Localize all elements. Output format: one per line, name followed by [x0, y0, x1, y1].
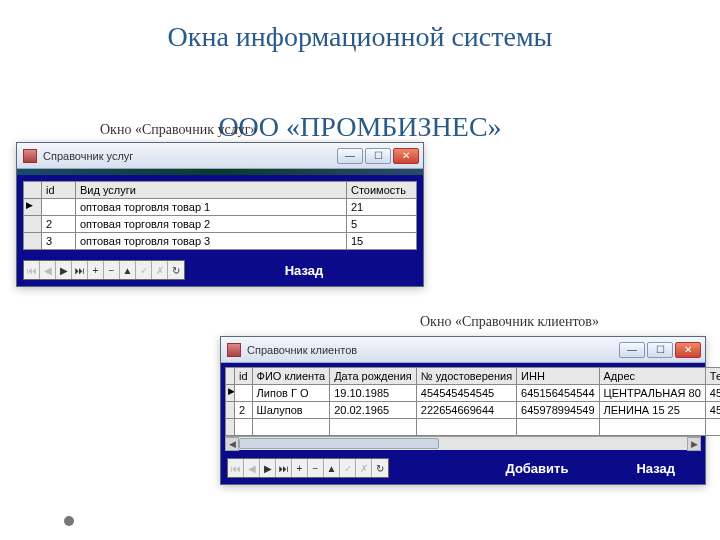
col-id[interactable]: id [235, 368, 253, 385]
table-row[interactable]: 3 оптовая торговля товар 3 15 [24, 233, 417, 250]
nav-last-icon[interactable]: ⏭ [72, 261, 88, 279]
col-id[interactable]: id [42, 182, 76, 199]
scroll-left-icon[interactable]: ◀ [225, 437, 239, 451]
clients-table[interactable]: id ФИО клиента Дата рождения № удостовер… [225, 367, 720, 436]
row-indicator-icon [226, 402, 235, 419]
nav-refresh-icon[interactable]: ↻ [168, 261, 184, 279]
services-table[interactable]: id Вид услуги Стоимость оптовая торговля… [23, 181, 417, 250]
maximize-button[interactable]: ☐ [365, 148, 391, 164]
window-clients: Справочник клиентов — ☐ ✕ id ФИО клиента… [220, 336, 706, 485]
heading-line-1: Окна информационной системы [168, 21, 553, 52]
nav-refresh-icon[interactable]: ↻ [372, 459, 388, 477]
row-indicator-icon [24, 233, 42, 250]
nav-first-icon[interactable]: ⏮ [24, 261, 40, 279]
nav-next-icon[interactable]: ▶ [56, 261, 72, 279]
col-addr[interactable]: Адрес [599, 368, 705, 385]
app-icon [227, 343, 241, 357]
services-body: id Вид услуги Стоимость оптовая торговля… [17, 175, 423, 256]
nav-delete-icon[interactable]: − [104, 261, 120, 279]
col-fio[interactable]: ФИО клиента [252, 368, 330, 385]
nav-add-icon[interactable]: + [88, 261, 104, 279]
decorative-dot [64, 516, 74, 526]
nav-first-icon[interactable]: ⏮ [228, 459, 244, 477]
table-row[interactable]: оптовая торговля товар 1 21 [24, 199, 417, 216]
nav-cancel-icon[interactable]: ✗ [152, 261, 168, 279]
table-header-row: id Вид услуги Стоимость [24, 182, 417, 199]
db-navigator: ⏮ ◀ ▶ ⏭ + − ▲ ✓ ✗ ↻ [227, 458, 389, 478]
table-row[interactable]: Липов Г О 19.10.1985 454545454545 645156… [226, 385, 721, 402]
col-cert[interactable]: № удостоверения [416, 368, 516, 385]
table-row[interactable]: 2 оптовая торговля товар 2 5 [24, 216, 417, 233]
minimize-button[interactable]: — [619, 342, 645, 358]
row-indicator-icon [24, 199, 42, 216]
row-indicator-icon [24, 216, 42, 233]
caption-services: Окно «Справочник услуг» [100, 122, 257, 138]
back-button[interactable]: Назад [628, 459, 683, 478]
nav-edit-icon[interactable]: ▲ [324, 459, 340, 477]
caption-clients: Окно «Справочник клиентов» [420, 314, 599, 330]
db-navigator: ⏮ ◀ ▶ ⏭ + − ▲ ✓ ✗ ↻ [23, 260, 185, 280]
add-button[interactable]: Добавить [497, 459, 576, 478]
nav-delete-icon[interactable]: − [308, 459, 324, 477]
col-dob[interactable]: Дата рождения [330, 368, 417, 385]
close-button[interactable]: ✕ [393, 148, 419, 164]
maximize-button[interactable]: ☐ [647, 342, 673, 358]
nav-prev-icon[interactable]: ◀ [244, 459, 260, 477]
horizontal-scrollbar[interactable]: ◀ ▶ [225, 436, 701, 450]
heading-line-2: ООО «ПРОМБИЗНЕС» [218, 111, 501, 142]
table-row[interactable]: 2 Шалупов 20.02.1965 222654669644 645978… [226, 402, 721, 419]
scroll-right-icon[interactable]: ▶ [687, 437, 701, 451]
minimize-button[interactable]: — [337, 148, 363, 164]
row-indicator-icon [226, 385, 235, 402]
back-button[interactable]: Назад [259, 261, 349, 280]
col-cost[interactable]: Стоимость [347, 182, 417, 199]
col-phone[interactable]: Телефон [705, 368, 720, 385]
nav-prev-icon[interactable]: ◀ [40, 261, 56, 279]
nav-post-icon[interactable]: ✓ [136, 261, 152, 279]
table-header-row: id ФИО клиента Дата рождения № удостовер… [226, 368, 721, 385]
nav-post-icon[interactable]: ✓ [340, 459, 356, 477]
clients-body: id ФИО клиента Дата рождения № удостовер… [221, 363, 705, 454]
titlebar-clients[interactable]: Справочник клиентов — ☐ ✕ [221, 337, 705, 363]
close-button[interactable]: ✕ [675, 342, 701, 358]
nav-edit-icon[interactable]: ▲ [120, 261, 136, 279]
window-title: Справочник клиентов [247, 344, 619, 356]
col-type[interactable]: Вид услуги [76, 182, 347, 199]
nav-add-icon[interactable]: + [292, 459, 308, 477]
window-services: Справочник услуг — ☐ ✕ id Вид услуги Сто… [16, 142, 424, 287]
window-title: Справочник услуг [43, 150, 337, 162]
nav-last-icon[interactable]: ⏭ [276, 459, 292, 477]
scroll-thumb[interactable] [239, 438, 439, 449]
titlebar-services[interactable]: Справочник услуг — ☐ ✕ [17, 143, 423, 169]
app-icon [23, 149, 37, 163]
clients-footer: ⏮ ◀ ▶ ⏭ + − ▲ ✓ ✗ ↻ Добавить Назад [221, 454, 705, 484]
nav-next-icon[interactable]: ▶ [260, 459, 276, 477]
nav-cancel-icon[interactable]: ✗ [356, 459, 372, 477]
services-footer: ⏮ ◀ ▶ ⏭ + − ▲ ✓ ✗ ↻ Назад [17, 256, 423, 286]
table-row[interactable] [226, 419, 721, 436]
col-inn[interactable]: ИНН [517, 368, 599, 385]
